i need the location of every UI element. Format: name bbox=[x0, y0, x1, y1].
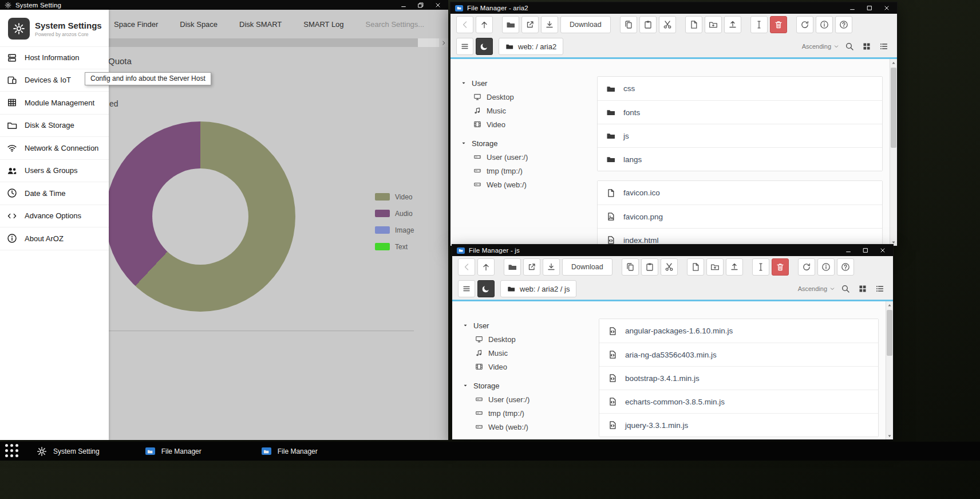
cut-button[interactable] bbox=[661, 258, 678, 276]
refresh-button[interactable] bbox=[796, 16, 813, 33]
file-row-favicon-ico[interactable]: favicon.ico bbox=[598, 181, 882, 205]
tab-disk-space[interactable]: Disk Space bbox=[180, 20, 218, 29]
minimize-button[interactable] bbox=[847, 3, 858, 13]
rename-button[interactable] bbox=[752, 258, 769, 276]
menu-button[interactable] bbox=[458, 280, 475, 297]
sidebar-item-advance-options[interactable]: Advance Options bbox=[0, 205, 109, 228]
apps-grid-icon[interactable] bbox=[5, 444, 19, 458]
up-button[interactable] bbox=[476, 16, 493, 33]
sidebar-item-host-information[interactable]: Host Information bbox=[0, 46, 109, 69]
new-file-button[interactable] bbox=[685, 16, 702, 33]
minimize-button[interactable] bbox=[398, 1, 409, 10]
rename-button[interactable] bbox=[750, 16, 768, 33]
dark-mode-button[interactable] bbox=[477, 280, 495, 297]
sidebar-item-disk-storage[interactable]: Disk & Storage bbox=[0, 115, 109, 137]
legend-item-video[interactable]: Video bbox=[375, 188, 414, 205]
tree-item-user-drive[interactable]: User (user:/) bbox=[461, 150, 594, 164]
legend-item-text[interactable]: Text bbox=[375, 238, 414, 255]
paste-button[interactable] bbox=[639, 16, 657, 33]
taskbar-item-file-manager-2[interactable]: File Manager bbox=[262, 447, 318, 455]
scroll-up-arrow[interactable] bbox=[890, 59, 897, 66]
copy-button[interactable] bbox=[620, 16, 637, 33]
scroll-right-arrow[interactable] bbox=[439, 38, 448, 47]
grid-view-button[interactable] bbox=[859, 39, 874, 54]
tree-group-user[interactable]: User bbox=[463, 319, 595, 332]
breadcrumb[interactable]: web: / aria2 / js bbox=[500, 280, 576, 297]
file-row-index-html[interactable]: index.html bbox=[598, 228, 882, 246]
sort-dropdown[interactable]: Ascending bbox=[802, 43, 840, 50]
back-button[interactable] bbox=[456, 16, 473, 33]
legend-item-image[interactable]: Image bbox=[375, 222, 414, 238]
help-button[interactable] bbox=[837, 258, 854, 276]
file-row-jquery[interactable]: jquery-3.3.1.min.js bbox=[599, 413, 878, 437]
scrollbar-thumb[interactable] bbox=[891, 68, 896, 148]
tree-item-web-drive[interactable]: Web (web:/) bbox=[461, 178, 594, 191]
breadcrumb[interactable]: web: / aria2 bbox=[499, 38, 563, 55]
close-button[interactable] bbox=[877, 246, 888, 255]
search-button[interactable] bbox=[842, 39, 857, 54]
dark-mode-button[interactable] bbox=[476, 38, 493, 55]
tab-disk-smart[interactable]: Disk SMART bbox=[239, 20, 282, 29]
sidebar-item-users-groups[interactable]: Users & Groups bbox=[0, 160, 109, 183]
vertical-scrollbar[interactable] bbox=[890, 59, 897, 246]
download-button[interactable]: Download bbox=[562, 258, 612, 276]
tree-item-tmp-drive[interactable]: tmp (tmp:/) bbox=[461, 164, 594, 178]
restore-button[interactable] bbox=[415, 1, 426, 10]
taskbar-item-file-manager-1[interactable]: File Manager bbox=[145, 447, 201, 455]
help-button[interactable] bbox=[835, 16, 852, 33]
close-button[interactable] bbox=[432, 1, 444, 10]
sidebar-item-module-management[interactable]: Module Management bbox=[0, 92, 109, 115]
tree-item-web-drive[interactable]: Web (web:/) bbox=[463, 420, 595, 434]
tree-item-music[interactable]: Music bbox=[461, 104, 594, 117]
file-row-echarts[interactable]: echarts-common-3.8.5.min.js bbox=[599, 390, 878, 413]
delete-button[interactable] bbox=[772, 258, 789, 276]
info-button[interactable] bbox=[817, 258, 835, 276]
tree-group-storage[interactable]: Storage bbox=[463, 379, 595, 392]
download-icon-button[interactable] bbox=[541, 16, 558, 33]
sidebar-item-network-connection[interactable]: Network & Connection bbox=[0, 137, 109, 160]
tree-item-music[interactable]: Music bbox=[463, 346, 595, 360]
minimize-button[interactable] bbox=[843, 246, 854, 255]
file-row-langs[interactable]: langs bbox=[598, 147, 882, 171]
new-file-button[interactable] bbox=[687, 258, 704, 276]
tree-group-storage[interactable]: Storage bbox=[461, 136, 594, 150]
list-view-button[interactable] bbox=[876, 39, 891, 54]
tab-space-finder[interactable]: Space Finder bbox=[114, 20, 158, 29]
grid-view-button[interactable] bbox=[855, 281, 870, 296]
settings-search-input[interactable] bbox=[366, 20, 440, 29]
download-button[interactable]: Download bbox=[560, 16, 611, 33]
search-button[interactable] bbox=[838, 281, 853, 296]
new-folder-button[interactable] bbox=[705, 16, 722, 33]
new-folder-button[interactable] bbox=[706, 258, 724, 276]
upload-button[interactable] bbox=[724, 16, 741, 33]
file-row-angular[interactable]: angular-packages-1.6.10.min.js bbox=[599, 319, 878, 343]
storage-quota-donut-chart[interactable] bbox=[105, 121, 295, 312]
file-row-bootstrap[interactable]: bootstrap-3.4.1.min.js bbox=[599, 366, 878, 390]
file-row-css[interactable]: css bbox=[598, 77, 882, 100]
refresh-button[interactable] bbox=[798, 258, 815, 276]
open-folder-button[interactable] bbox=[504, 258, 521, 276]
scroll-up-arrow[interactable] bbox=[886, 301, 893, 309]
legend-item-audio[interactable]: Audio bbox=[375, 205, 414, 222]
list-view-button[interactable] bbox=[872, 281, 887, 296]
maximize-button[interactable] bbox=[864, 3, 875, 13]
open-folder-button[interactable] bbox=[502, 16, 519, 33]
back-button[interactable] bbox=[458, 258, 475, 276]
taskbar-item-system-setting[interactable]: System Setting bbox=[37, 446, 100, 457]
upload-button[interactable] bbox=[726, 258, 743, 276]
titlebar[interactable]: File Manager - js bbox=[452, 245, 893, 256]
tree-group-user[interactable]: User bbox=[461, 76, 594, 90]
file-row-favicon-png[interactable]: favicon.png bbox=[598, 205, 882, 228]
menu-button[interactable] bbox=[456, 38, 473, 55]
sort-dropdown[interactable]: Ascending bbox=[798, 285, 836, 292]
delete-button[interactable] bbox=[770, 16, 787, 33]
paste-button[interactable] bbox=[641, 258, 658, 276]
sidebar-item-date-time[interactable]: Date & Time bbox=[0, 182, 109, 205]
tab-smart-log[interactable]: SMART Log bbox=[303, 20, 343, 29]
vertical-scrollbar[interactable] bbox=[886, 301, 893, 439]
hscrollbar-thumb[interactable] bbox=[109, 38, 418, 47]
scroll-down-arrow[interactable] bbox=[886, 432, 893, 439]
tree-item-desktop[interactable]: Desktop bbox=[461, 90, 594, 104]
tree-item-tmp-drive[interactable]: tmp (tmp:/) bbox=[463, 406, 595, 420]
file-row-fonts[interactable]: fonts bbox=[598, 100, 882, 124]
